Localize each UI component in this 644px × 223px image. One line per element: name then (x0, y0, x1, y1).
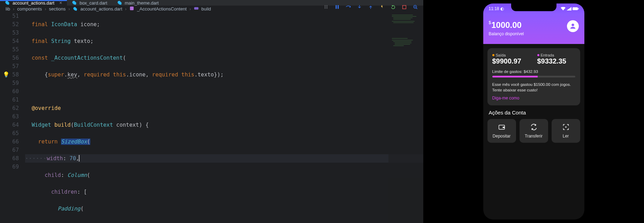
dart-file-icon (5, 0, 10, 5)
out-label: Saída (492, 53, 530, 57)
step-into-icon[interactable] (356, 4, 363, 10)
crumb-file[interactable]: account_actions.dart (81, 6, 122, 12)
minimap[interactable] (388, 12, 423, 223)
summary-card: Saída $9900.97 Entrada $9332.35 Limite d… (487, 48, 580, 105)
signal-icon (567, 7, 571, 10)
wifi-icon (561, 7, 566, 10)
wallet-icon (498, 123, 506, 131)
step-over-icon[interactable] (345, 4, 351, 10)
chevron-right-icon: › (189, 6, 191, 12)
action-label: Ler (563, 134, 569, 139)
svg-rect-12 (194, 7, 198, 10)
svg-rect-13 (573, 7, 578, 10)
chevron-right-icon: › (13, 6, 14, 12)
chevron-right-icon: › (68, 6, 70, 12)
step-out-icon[interactable] (368, 4, 374, 10)
tell-me-how-link[interactable]: Diga-me como (492, 96, 575, 101)
crumb-lib[interactable]: lib (6, 6, 10, 12)
battery-icon (573, 7, 579, 10)
svg-point-15 (571, 24, 574, 26)
tab-label: account_actions.dart (13, 0, 54, 6)
device-preview-pane: 11:18 ◐ $1000.00 Balanço disponível (423, 0, 644, 223)
stop-icon[interactable] (401, 4, 407, 10)
tab-box-card[interactable]: box_card.dart (67, 0, 112, 6)
sync-icon (530, 123, 538, 131)
out-value: $9900.97 (492, 57, 530, 65)
svg-rect-7 (338, 5, 339, 9)
code-area[interactable]: final IconData icone; final String texto… (25, 12, 423, 223)
crumb-class[interactable]: _AccountActionsContent (137, 6, 187, 12)
avatar[interactable] (567, 20, 579, 32)
svg-point-2 (325, 7, 325, 7)
dart-file-icon (117, 0, 122, 5)
restart-icon[interactable] (390, 4, 396, 10)
progress-fill (492, 76, 538, 77)
crumb-sections[interactable]: sections (49, 6, 66, 12)
phone-screen[interactable]: 11:18 ◐ $1000.00 Balanço disponível (483, 3, 584, 220)
dart-file-icon (72, 0, 77, 5)
action-label: Transferir (525, 134, 543, 139)
phone-notch (511, 3, 556, 11)
tab-label: box_card.dart (79, 0, 107, 6)
action-transfer[interactable]: Transferir (520, 119, 548, 143)
chevron-right-icon: › (45, 6, 46, 12)
svg-point-18 (565, 126, 567, 128)
dot-icon (537, 54, 539, 56)
inspect-icon[interactable] (412, 4, 418, 10)
balance-label: Balanço disponível (489, 31, 524, 36)
svg-rect-8 (402, 5, 406, 9)
svg-point-3 (326, 7, 327, 7)
hot-reload-icon[interactable] (379, 4, 385, 10)
in-label: Entrada (537, 53, 575, 57)
method-icon (194, 6, 199, 12)
svg-rect-17 (502, 127, 505, 128)
progress-bar (492, 76, 575, 77)
class-icon (129, 6, 134, 12)
svg-rect-14 (578, 8, 578, 9)
tab-label: main_theme.dart (125, 0, 159, 6)
svg-rect-11 (130, 7, 134, 10)
line-gutter: 51 52 53 54 55 56 57 💡58 59 60 61 62 63 … (0, 12, 25, 223)
drag-handle-icon[interactable] (323, 4, 329, 10)
svg-rect-6 (336, 5, 337, 9)
status-icons (561, 7, 579, 10)
action-deposit[interactable]: Depositar (487, 119, 516, 143)
actions-row: Depositar Transferir Ler (483, 119, 584, 143)
editor-pane: account_actions.dart × box_card.dart mai… (0, 0, 423, 223)
editor-body[interactable]: 51 52 53 54 55 56 57 💡58 59 60 61 62 63 … (0, 12, 423, 223)
svg-point-10 (415, 6, 416, 7)
balance-header: $1000.00 Balanço disponível (483, 14, 584, 44)
svg-point-5 (326, 8, 327, 8)
tab-bar: account_actions.dart × box_card.dart mai… (0, 0, 423, 6)
svg-point-4 (325, 8, 325, 8)
crumb-components[interactable]: components (17, 6, 42, 12)
dart-file-icon (73, 7, 78, 12)
actions-section-title: Ações da Conta (489, 110, 579, 116)
chevron-right-icon: › (125, 6, 127, 12)
person-icon (569, 22, 577, 30)
svg-point-0 (325, 5, 325, 6)
svg-point-1 (326, 5, 327, 6)
action-label: Depositar (493, 134, 510, 139)
pause-icon[interactable] (334, 4, 340, 10)
close-icon[interactable]: × (59, 0, 62, 6)
action-scan[interactable]: Ler (552, 119, 580, 143)
text-caret (79, 155, 79, 162)
phone-frame: 11:18 ◐ $1000.00 Balanço disponível (480, 0, 588, 223)
balance-amount: $1000.00 (489, 20, 524, 30)
status-time: 11:18 ◐ (489, 6, 504, 11)
dot-icon (492, 54, 494, 56)
tab-main-theme[interactable]: main_theme.dart (112, 0, 164, 6)
in-value: $9332.35 (537, 57, 575, 65)
limit-text: Limite de gastos: $432.93 (492, 69, 575, 74)
scan-icon (562, 123, 570, 131)
lightbulb-icon[interactable]: 💡 (3, 70, 9, 79)
spending-message: Esse mês você gastou $1500.00 com jogos.… (492, 82, 575, 93)
tab-account-actions[interactable]: account_actions.dart × (0, 0, 67, 6)
crumb-method[interactable]: build (202, 6, 211, 12)
